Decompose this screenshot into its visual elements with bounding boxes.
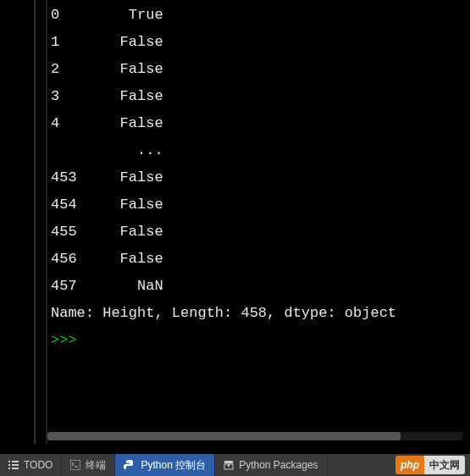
output-row: 453 False xyxy=(51,164,467,191)
console-container: 0 True1 False2 False3 False4 False ...45… xyxy=(0,0,470,444)
output-row: 455 False xyxy=(51,219,467,246)
tab-python-packages[interactable]: Python Packages xyxy=(215,454,327,476)
tab-label: Python 控制台 xyxy=(141,458,206,473)
svg-rect-4 xyxy=(8,468,10,469)
logo-right: 中文网 xyxy=(424,456,465,474)
gutter-outer xyxy=(0,0,36,444)
watermark-logo: php 中文网 xyxy=(395,456,465,474)
tab-terminal[interactable]: 终端 xyxy=(62,454,115,476)
svg-rect-5 xyxy=(12,468,19,469)
python-prompt[interactable]: >>> xyxy=(51,327,467,354)
svg-rect-1 xyxy=(12,461,19,462)
horizontal-scrollbar[interactable] xyxy=(47,432,463,440)
tab-todo[interactable]: TODO xyxy=(0,454,62,476)
terminal-icon xyxy=(70,460,80,470)
tool-window-tabs: TODO 终端 Python 控制台 Python Packages php 中… xyxy=(0,454,470,476)
svg-point-8 xyxy=(128,461,129,462)
scrollbar-thumb[interactable] xyxy=(47,432,401,440)
svg-rect-9 xyxy=(224,461,233,463)
list-icon xyxy=(8,460,19,470)
output-row: 1 False xyxy=(51,29,467,56)
output-row: ... xyxy=(51,137,467,164)
svg-rect-11 xyxy=(228,464,229,467)
output-row: 456 False xyxy=(51,246,467,273)
packages-icon xyxy=(224,460,234,470)
tab-python-console[interactable]: Python 控制台 xyxy=(115,454,215,476)
output-row: 0 True xyxy=(51,2,467,29)
python-console-output[interactable]: 0 True1 False2 False3 False4 False ...45… xyxy=(47,0,470,444)
output-row: 3 False xyxy=(51,83,467,110)
logo-left: php xyxy=(395,456,424,474)
output-row: 454 False xyxy=(51,191,467,219)
tab-label: TODO xyxy=(24,459,53,471)
python-icon xyxy=(124,459,135,471)
output-row: 4 False xyxy=(51,110,467,137)
output-row: 457 NaN xyxy=(51,273,467,300)
tab-label: Python Packages xyxy=(239,459,318,471)
output-summary: Name: Height, Length: 458, dtype: object xyxy=(51,300,467,327)
svg-rect-3 xyxy=(12,464,19,466)
svg-rect-2 xyxy=(8,464,10,466)
svg-rect-0 xyxy=(8,461,10,462)
svg-rect-6 xyxy=(70,460,80,470)
gutter-inner xyxy=(36,0,47,444)
tab-label: 终端 xyxy=(86,458,106,473)
output-row: 2 False xyxy=(51,56,467,83)
